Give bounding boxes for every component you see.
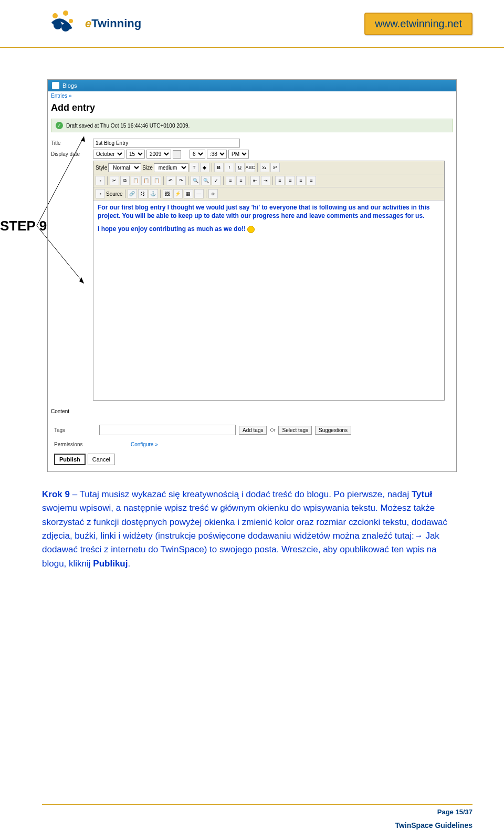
cut-icon[interactable]: ✂ — [110, 176, 119, 185]
align-center-icon[interactable]: ≡ — [286, 176, 295, 185]
undo-icon[interactable]: ↶ — [166, 176, 175, 185]
configure-link[interactable]: Configure » — [131, 442, 158, 447]
find-icon[interactable]: 🔍 — [191, 176, 200, 185]
tags-input[interactable] — [99, 425, 236, 435]
size-select[interactable]: medium — [154, 163, 188, 172]
editor: Style Normal Size medium T ◆ B I U ABC x… — [93, 161, 445, 401]
spell-icon[interactable]: ✓ — [212, 176, 221, 185]
blogs-label: Blogs — [62, 82, 77, 89]
blogs-bar: Blogs — [48, 80, 456, 91]
editor-paragraph-1: For our first blog entry I thought we wo… — [98, 204, 440, 220]
sourcebtn-icon[interactable]: ▫ — [96, 189, 105, 198]
align-justify-icon[interactable]: ≡ — [307, 176, 316, 185]
unlink-icon[interactable]: ⛓ — [138, 189, 148, 198]
toolbar-row-2: ▫ ✂ ⧉ 📋 📋 📋 ↶ ↷ 🔍 🔍 ✓ ≡ ≡ ⇤ ⇥ — [93, 174, 444, 187]
entries-link[interactable]: Entries » — [48, 91, 456, 100]
page-header: eTwinning www.etwinning.net — [0, 0, 504, 48]
check-icon: ✓ — [56, 122, 63, 129]
ul-icon[interactable]: ≡ — [236, 176, 246, 185]
publikuj-bold: Publikuj — [93, 559, 128, 569]
image-icon[interactable]: 🖼 — [163, 189, 172, 198]
toolbar-row-3: ▫ Source 🔗 ⛓ ⚓ 🖼 ⚡ ▦ — ☺ — [93, 187, 444, 201]
replace-icon[interactable]: 🔍 — [201, 176, 211, 185]
smiley-emoji-icon — [247, 226, 255, 233]
or-text: Or — [270, 427, 275, 433]
page-number: Page 15/37 — [42, 808, 472, 816]
paste-icon[interactable]: 📋 — [131, 176, 140, 185]
hr-icon[interactable]: — — [194, 189, 204, 198]
svg-point-0 — [52, 13, 58, 18]
align-right-icon[interactable]: ≡ — [296, 176, 306, 185]
link-icon[interactable]: 🔗 — [128, 189, 137, 198]
suggestions-button[interactable]: Suggestions — [315, 426, 351, 435]
svg-point-4 — [61, 23, 70, 32]
draft-saved-bar: ✓ Draft saved at Thu Oct 15 16:44:46 UTC… — [51, 119, 453, 132]
body-span-3: . — [128, 559, 130, 569]
indent-icon[interactable]: ⇥ — [261, 176, 270, 185]
title-label: Title — [51, 140, 93, 146]
tags-row: Tags Add tags Or Select tags Suggestions — [51, 422, 453, 438]
toolbar-row-1: Style Normal Size medium T ◆ B I U ABC x… — [93, 161, 444, 174]
anchor-icon[interactable]: ⚓ — [149, 189, 158, 198]
redo-icon[interactable]: ↷ — [176, 176, 186, 185]
editor-paragraph-2: I hope you enjoy contributing as much as… — [98, 225, 440, 233]
outdent-icon[interactable]: ⇤ — [250, 176, 260, 185]
logo-icon — [42, 5, 84, 42]
svg-point-3 — [54, 21, 62, 29]
display-date-label: Display date — [51, 151, 93, 157]
cancel-button[interactable]: Cancel — [88, 454, 115, 465]
style-select[interactable]: Normal — [108, 163, 141, 172]
add-tags-button[interactable]: Add tags — [239, 426, 267, 435]
action-row: Publish Cancel — [51, 450, 453, 468]
logo-e: e — [85, 17, 91, 30]
publish-button[interactable]: Publish — [54, 454, 86, 465]
subscript-icon[interactable]: x₂ — [260, 163, 269, 172]
permissions-label: Permissions — [54, 442, 96, 447]
newpage-icon[interactable]: ▫ — [96, 176, 105, 185]
calendar-icon[interactable] — [173, 150, 181, 159]
guidelines-label: TwinSpace Guidelines — [42, 821, 472, 830]
blogs-icon — [52, 82, 59, 89]
ol-icon[interactable]: ≡ — [226, 176, 235, 185]
smiley-icon[interactable]: ☺ — [208, 189, 218, 198]
year-select[interactable]: 2009 — [146, 150, 171, 159]
source-label[interactable]: Source — [106, 191, 123, 197]
month-select[interactable]: October — [93, 150, 124, 159]
draft-saved-text: Draft saved at Thu Oct 15 16:44:46 UTC+0… — [66, 123, 190, 129]
svg-point-1 — [63, 10, 68, 16]
underline-icon[interactable]: U — [235, 163, 245, 172]
italic-icon[interactable]: I — [225, 163, 234, 172]
paste-text-icon[interactable]: 📋 — [141, 176, 151, 185]
align-left-icon[interactable]: ≡ — [275, 176, 285, 185]
tags-label: Tags — [54, 427, 96, 433]
strike-icon[interactable]: ABC — [246, 163, 255, 172]
tytul-bold: Tytuł — [412, 489, 432, 499]
logo: eTwinning — [42, 5, 141, 42]
bgcolor-icon[interactable]: ◆ — [200, 163, 209, 172]
copy-icon[interactable]: ⧉ — [120, 176, 130, 185]
editor-content[interactable]: For our first blog entry I thought we wo… — [93, 201, 444, 400]
select-tags-button[interactable]: Select tags — [278, 426, 311, 435]
hour-select[interactable]: 6 — [190, 150, 205, 159]
textcolor-icon[interactable]: T — [190, 163, 199, 172]
svg-point-2 — [69, 19, 73, 23]
paste-word-icon[interactable]: 📋 — [152, 176, 161, 185]
minute-select[interactable]: :38 — [207, 150, 227, 159]
step-label: STEP 9 — [0, 218, 47, 234]
size-label: Size — [142, 165, 152, 171]
body-span-1: – Tutaj musisz wykazać się kreatywnością… — [70, 489, 412, 499]
title-input[interactable] — [93, 139, 240, 148]
style-label: Style — [96, 165, 107, 171]
permissions-row: Permissions Configure » — [51, 438, 453, 450]
add-entry-title: Add entry — [48, 100, 456, 116]
krok-label: Krok 9 — [42, 489, 70, 499]
app-screenshot: Blogs Entries » Add entry ✓ Draft saved … — [47, 79, 457, 472]
bold-icon[interactable]: B — [214, 163, 224, 172]
day-select[interactable]: 15 — [126, 150, 145, 159]
superscript-icon[interactable]: x² — [270, 163, 280, 172]
flash-icon[interactable]: ⚡ — [173, 189, 183, 198]
ampm-select[interactable]: PM — [228, 150, 249, 159]
display-date-row: Display date October 15 2009 6 :38 PM — [51, 150, 453, 159]
table-icon[interactable]: ▦ — [184, 189, 193, 198]
content-label: Content — [51, 408, 69, 414]
